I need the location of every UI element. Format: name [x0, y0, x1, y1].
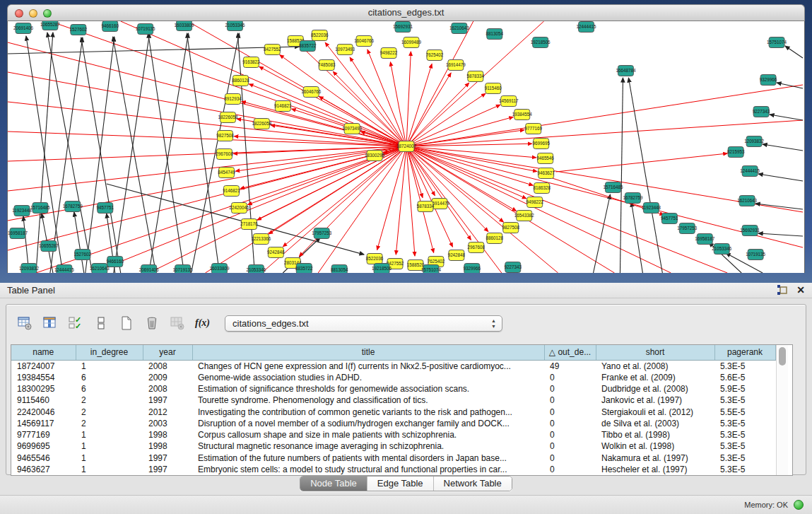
attribute-table[interactable]: namein_degreeyeartitle△ out_de...shortpa…	[11, 345, 776, 475]
network-canvas[interactable]: 1872400791638228860128891293418226058982…	[7, 21, 805, 273]
table-cell: Nakamura et al. (1997)	[596, 452, 714, 463]
graph-node-label: 16782759	[63, 204, 83, 209]
graph-node-label: 8835722	[295, 266, 313, 271]
table-cell: 1	[76, 440, 143, 452]
column-header-in_degree[interactable]: in_degree	[76, 345, 143, 360]
table-select-dropdown[interactable]: citations_edges.txt ▲▼	[225, 315, 502, 332]
tab-edge-table[interactable]: Edge Table	[367, 477, 433, 491]
table-scrollbar[interactable]	[776, 345, 788, 475]
graph-node-label: 9498222	[380, 50, 398, 55]
graph-node-label: 12444415	[54, 267, 74, 272]
memory-status-icon[interactable]	[794, 500, 804, 510]
graph-node-label: 5878334	[467, 74, 485, 78]
table-cell: 14569117	[11, 418, 76, 429]
select-columns-icon[interactable]: ✓ ✓	[66, 314, 85, 333]
tab-node-table[interactable]: Node Table	[300, 477, 367, 491]
status-bar: Memory: OK	[0, 495, 812, 514]
graph-node-label: 16046766	[301, 89, 321, 94]
delete-column-icon[interactable]	[167, 314, 187, 333]
red-edge	[406, 146, 423, 198]
scrollbar-thumb[interactable]	[779, 347, 786, 366]
table-cell: 0	[544, 440, 596, 452]
table-row[interactable]: 1456911722003Disruption of a novel membe…	[11, 418, 775, 429]
show-column-icon[interactable]	[40, 314, 59, 333]
fx-label: f(x)	[195, 317, 210, 329]
table-row[interactable]: 946554611997Estimation of the future num…	[11, 452, 775, 463]
zoom-window-icon[interactable]	[43, 9, 52, 18]
table-panel-inset: ✓ ✓	[6, 304, 806, 475]
graph-node-label: 8522036	[366, 256, 384, 261]
node-table: namein_degreeyeartitle△ out_de...shortpa…	[11, 344, 793, 476]
table-cell: 5.9E-5	[714, 383, 775, 395]
black-edge	[47, 33, 93, 273]
row-height-icon[interactable]	[91, 314, 110, 333]
table-row[interactable]: 1872400712008Changes of HCN gene express…	[11, 360, 775, 372]
table-row[interactable]: 911546021997Tourette syndrome. Phenomeno…	[11, 395, 775, 406]
graph-node-label: 2967608	[468, 245, 486, 250]
black-edge	[785, 46, 803, 58]
graph-node-label: 9227343	[505, 264, 522, 269]
red-edge	[406, 146, 614, 273]
table-mode-icon[interactable]	[15, 314, 34, 333]
graph-node-label: 9466160	[102, 23, 119, 28]
table-cell: Structural magnetic resonance image aver…	[192, 440, 544, 452]
table-cell: 9777169	[11, 429, 76, 440]
window-title: citations_edges.txt	[8, 5, 804, 21]
graph-node-label: 10719135	[136, 26, 155, 31]
table-cell: Corpus callosum shape and size in male p…	[192, 429, 544, 440]
tab-network-table[interactable]: Network Table	[433, 477, 512, 491]
column-header-year[interactable]: year	[143, 345, 192, 360]
table-row[interactable]: 2242004622012Investigating the contribut…	[11, 406, 775, 417]
column-header-short[interactable]: short	[596, 345, 714, 360]
graph-node-label: 20691406	[13, 25, 33, 30]
graph-node-label: 10973493	[342, 126, 362, 131]
graph-node-label: 8215953	[727, 149, 745, 154]
create-table-icon[interactable]	[117, 314, 136, 333]
delete-table-icon[interactable]	[142, 314, 161, 333]
window-titlebar[interactable]: citations_edges.txt	[7, 4, 805, 21]
graph-node-label: 7485083	[318, 62, 336, 67]
function-builder-icon[interactable]: f(x)	[193, 314, 212, 333]
memory-status-label[interactable]: Memory: OK	[744, 501, 788, 509]
citation-graph[interactable]: 1872400791638228860128891293418226058982…	[8, 21, 804, 273]
red-edge	[333, 71, 406, 146]
graph-node-label: 21053346	[246, 267, 266, 272]
table-cell: de Silva et al. (2003)	[596, 418, 714, 429]
table-row[interactable]: 969969511998Structural magnetic resonanc…	[11, 440, 775, 452]
graph-node-label: 16958187	[8, 230, 28, 235]
table-row[interactable]: 1938455462009Genome-wide association stu…	[11, 372, 775, 383]
graph-node-label: 2718176	[240, 221, 258, 226]
minimize-window-icon[interactable]	[29, 9, 37, 18]
graph-node-label: 10655287	[39, 243, 59, 248]
table-cell: Estimation of the future numbers of pati…	[192, 452, 544, 463]
table-cell: 0	[544, 464, 596, 475]
table-toolbar: ✓ ✓	[6, 305, 806, 341]
graph-node-label: 12444415	[740, 168, 760, 173]
graph-node-label: 10655287	[40, 22, 60, 27]
table-cell: Genome-wide association studies in ADHD.	[192, 372, 544, 383]
column-header-pagerank[interactable]: pagerank	[714, 345, 775, 360]
column-header-out_de[interactable]: △ out_de...	[544, 345, 596, 360]
table-row[interactable]: 977716911998Corpus callosum shape and si…	[11, 429, 775, 440]
red-edge	[556, 153, 728, 172]
close-panel-icon[interactable]: ✕	[796, 284, 805, 296]
red-edge	[406, 52, 411, 146]
close-window-icon[interactable]	[15, 9, 23, 18]
graph-node-label: 9115460	[485, 86, 502, 90]
table-cell: 6	[76, 372, 143, 383]
graph-node-label: 21053346	[225, 23, 245, 28]
table-row[interactable]: 1830029562008Estimation of significance …	[11, 383, 775, 395]
column-header-name[interactable]: name	[11, 345, 76, 360]
graph-node-label: 5878334	[417, 204, 435, 209]
graph-node-label: 9827508	[502, 225, 520, 230]
table-row[interactable]: 946362711997Embryonic stem cells: a mode…	[11, 464, 775, 475]
graph-node-label: 16033809	[210, 266, 230, 271]
float-window-icon[interactable]	[777, 284, 788, 296]
graph-node-label: 10973493	[335, 47, 355, 52]
table-cell: 2008	[143, 383, 192, 395]
graph-node-label: 8522036	[311, 33, 329, 37]
table-cell: Investigating the contribution of common…	[192, 406, 544, 417]
graph-node-label: 8427552	[264, 47, 281, 52]
graph-node-label: 15692931	[393, 24, 413, 29]
column-header-title[interactable]: title	[192, 345, 544, 360]
